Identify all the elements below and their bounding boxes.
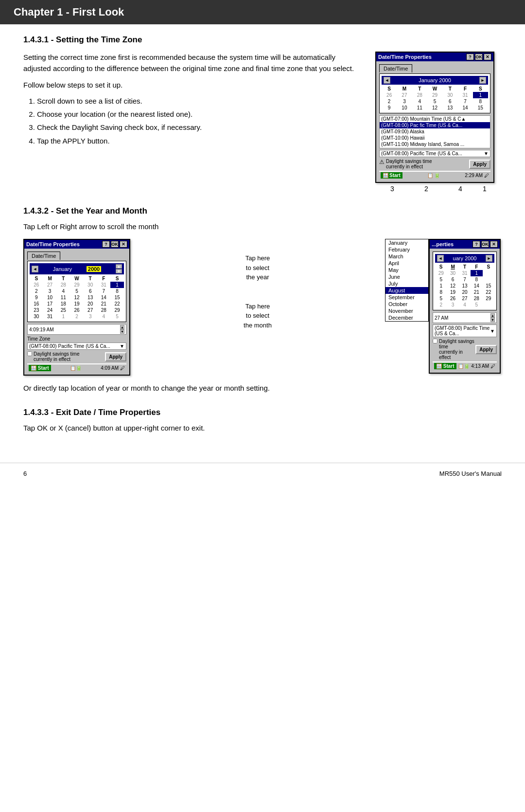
cal-day[interactable]: 28 bbox=[56, 282, 70, 288]
partial-time[interactable]: 27 AM bbox=[435, 315, 489, 321]
cal-day[interactable]: 30 bbox=[84, 282, 97, 288]
year-spin[interactable]: ▲ ▼ bbox=[116, 264, 122, 273]
p-day[interactable]: 7 bbox=[459, 276, 471, 283]
p-day-sel[interactable]: 1 bbox=[471, 270, 482, 276]
dialog-tab[interactable]: Date/Time bbox=[379, 64, 412, 72]
cal-day[interactable]: 2 bbox=[382, 98, 397, 105]
cal-day[interactable]: 5 bbox=[427, 98, 442, 105]
p-day[interactable]: 28 bbox=[471, 295, 482, 302]
p-day[interactable]: 15 bbox=[483, 283, 494, 289]
next-month-button[interactable]: ► bbox=[479, 77, 486, 84]
partial-prev-btn[interactable]: ◄ bbox=[437, 255, 444, 262]
ok-button-2[interactable]: OK bbox=[111, 241, 119, 248]
partial-close-btn[interactable]: ✕ bbox=[490, 241, 498, 248]
cal-day[interactable]: 26 bbox=[30, 282, 43, 288]
cal-day[interactable]: 5 bbox=[110, 313, 124, 320]
cal-day[interactable]: 4 bbox=[97, 313, 111, 320]
month-item-oct[interactable]: October bbox=[385, 301, 428, 307]
time-spin[interactable]: ▲ ▼ bbox=[120, 325, 124, 334]
month-item-jul[interactable]: July bbox=[385, 280, 428, 287]
close-button[interactable]: ✕ bbox=[484, 54, 491, 60]
cal-day[interactable]: 14 bbox=[97, 294, 111, 301]
cal-day[interactable]: 21 bbox=[97, 301, 111, 307]
month-item-mar[interactable]: March bbox=[385, 253, 428, 260]
timezone-item[interactable]: (GMT-12:00) Eniwetok, Kwajalein ▼ bbox=[380, 147, 490, 148]
p-day[interactable]: 8 bbox=[471, 276, 482, 283]
month-item-jan[interactable]: January bbox=[385, 239, 428, 246]
ok-button[interactable]: OK bbox=[475, 54, 483, 60]
cal-day[interactable]: 22 bbox=[110, 301, 124, 307]
tz-arrow-2[interactable]: ▼ bbox=[120, 343, 124, 349]
p-day[interactable]: 1 bbox=[435, 283, 447, 289]
month-item-feb[interactable]: February bbox=[385, 246, 428, 253]
cal-day[interactable]: 26 bbox=[382, 92, 397, 98]
apply-button-3[interactable]: Apply bbox=[475, 345, 497, 354]
timezone-item[interactable]: (GMT-10:00) Hawaii bbox=[380, 135, 490, 141]
cal-day[interactable]: 19 bbox=[70, 301, 84, 307]
cal-day[interactable]: 30 bbox=[442, 92, 457, 98]
cal-day[interactable]: 12 bbox=[70, 294, 84, 301]
month-item-dec[interactable]: December bbox=[385, 314, 428, 321]
cal-day[interactable]: 30 bbox=[30, 313, 43, 320]
p-day[interactable]: 31 bbox=[459, 270, 471, 276]
cal-day[interactable]: 3 bbox=[43, 288, 57, 294]
cal-day[interactable]: 27 bbox=[84, 307, 97, 313]
dialog-tab-2[interactable]: Date/Time bbox=[27, 252, 60, 260]
p-day[interactable]: 20 bbox=[459, 289, 471, 295]
start-button-3[interactable]: 🪟 Start bbox=[434, 363, 456, 369]
cal-day[interactable]: 2 bbox=[70, 313, 84, 320]
cal-day[interactable]: 8 bbox=[110, 288, 124, 294]
cal-day[interactable]: 31 bbox=[97, 282, 111, 288]
cal-day[interactable]: 26 bbox=[70, 307, 84, 313]
p-day[interactable]: 22 bbox=[483, 289, 494, 295]
cal-day[interactable]: 5 bbox=[70, 288, 84, 294]
p-day[interactable]: 19 bbox=[447, 289, 458, 295]
partial-time-down[interactable]: ▼ bbox=[490, 318, 495, 322]
month-item-jun[interactable]: June bbox=[385, 273, 428, 280]
p-day[interactable]: 4 bbox=[459, 302, 471, 308]
partial-ok-btn[interactable]: OK bbox=[481, 241, 489, 248]
p-day[interactable]: 29 bbox=[435, 270, 447, 276]
daylight-checkbox-2[interactable] bbox=[27, 351, 32, 356]
cal-day[interactable]: 2 bbox=[30, 288, 43, 294]
p-day[interactable]: 2 bbox=[435, 302, 447, 308]
cal-day[interactable]: 15 bbox=[110, 294, 124, 301]
cal-day[interactable]: 10 bbox=[397, 105, 412, 111]
partial-next-btn[interactable]: ► bbox=[486, 255, 492, 262]
cal-day[interactable]: 10 bbox=[43, 294, 57, 301]
year-up-btn[interactable]: ▲ bbox=[116, 264, 122, 269]
month-item-apr[interactable]: April bbox=[385, 260, 428, 267]
cal-day[interactable]: 11 bbox=[56, 294, 70, 301]
apply-button[interactable]: Apply bbox=[469, 160, 490, 169]
timezone-item-selected[interactable]: (GMT-08:00) Pac fic Time (US & Ca... bbox=[380, 122, 490, 128]
prev-month-btn-2[interactable]: ◄ bbox=[32, 266, 38, 272]
apply-button-2[interactable]: Apply bbox=[105, 352, 126, 361]
timezone-item[interactable]: (GMT-09:00) Alaska bbox=[380, 128, 490, 135]
cal-day[interactable]: 6 bbox=[84, 288, 97, 294]
month-item-nov[interactable]: November bbox=[385, 307, 428, 314]
p-day[interactable]: 6 bbox=[447, 276, 458, 283]
p-day[interactable]: 30 bbox=[447, 270, 458, 276]
daylight-checkbox-3[interactable] bbox=[433, 339, 438, 343]
cal-day[interactable]: 28 bbox=[97, 307, 111, 313]
p-day[interactable]: 21 bbox=[471, 289, 482, 295]
p-day[interactable]: 13 bbox=[459, 283, 471, 289]
cal-day[interactable]: 15 bbox=[473, 105, 488, 111]
partial-time-spin[interactable]: ▲ ▼ bbox=[490, 313, 495, 322]
tz-dropdown-arrow[interactable]: ▼ bbox=[484, 151, 489, 156]
p-day[interactable]: 5 bbox=[471, 302, 482, 308]
cal-day[interactable]: 29 bbox=[427, 92, 442, 98]
cal-day[interactable]: 11 bbox=[412, 105, 427, 111]
cal-day[interactable]: 7 bbox=[457, 98, 472, 105]
cal-day[interactable]: 14 bbox=[457, 105, 472, 111]
p-day[interactable]: 12 bbox=[447, 283, 458, 289]
cal-day[interactable]: 28 bbox=[412, 92, 427, 98]
help-button-2[interactable]: ? bbox=[102, 241, 110, 248]
year-down-btn[interactable]: ▼ bbox=[116, 269, 122, 273]
start-button[interactable]: 🪟 Start bbox=[381, 172, 402, 179]
partial-help-btn[interactable]: ? bbox=[472, 241, 480, 248]
prev-month-button[interactable]: ◄ bbox=[384, 77, 390, 84]
help-button[interactable]: ? bbox=[466, 54, 474, 60]
p-day[interactable]: 3 bbox=[447, 302, 458, 308]
cal-day[interactable]: 9 bbox=[30, 294, 43, 301]
